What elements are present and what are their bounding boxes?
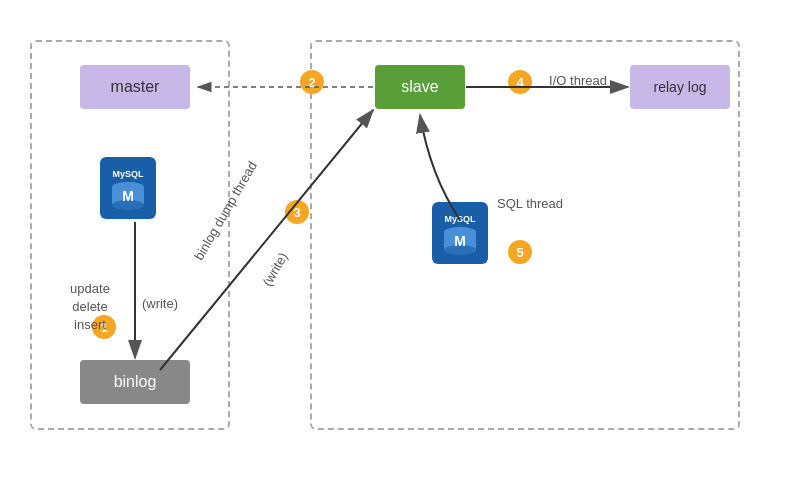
badge-3: 3 (285, 200, 309, 224)
slave-label: slave (401, 78, 438, 96)
mysql-icon-master: MySQL M (98, 155, 158, 221)
sql-thread-label: SQL thread (490, 195, 570, 213)
mysql-icon-slave: MySQL M (430, 200, 490, 266)
binlog-label: binlog (114, 373, 157, 391)
svg-text:M: M (454, 233, 466, 249)
update-delete-insert-label: update delete insert (50, 280, 130, 335)
badge-2: 2 (300, 70, 324, 94)
badge-4: 4 (508, 70, 532, 94)
svg-text:MySQL: MySQL (112, 169, 144, 179)
delete-text: delete (72, 299, 107, 314)
write-master-label: (write) (130, 295, 190, 313)
badge-2-label: 2 (308, 75, 315, 90)
write-slave-label: (write) (253, 239, 299, 300)
svg-text:MySQL: MySQL (444, 214, 476, 224)
diagram-area: master slave relay log binlog MySQL M My… (0, 0, 790, 500)
badge-5-label: 5 (516, 245, 523, 260)
update-text: update (70, 281, 110, 296)
badge-3-label: 3 (293, 205, 300, 220)
svg-text:M: M (122, 188, 134, 204)
slave-box: slave (375, 65, 465, 109)
relay-log-box: relay log (630, 65, 730, 109)
badge-4-label: 4 (516, 75, 523, 90)
binlog-box: binlog (80, 360, 190, 404)
relay-log-label: relay log (654, 79, 707, 95)
master-box: master (80, 65, 190, 109)
io-thread-label: I/O thread (538, 72, 618, 90)
master-label: master (111, 78, 160, 96)
badge-5: 5 (508, 240, 532, 264)
insert-text: insert (74, 317, 106, 332)
